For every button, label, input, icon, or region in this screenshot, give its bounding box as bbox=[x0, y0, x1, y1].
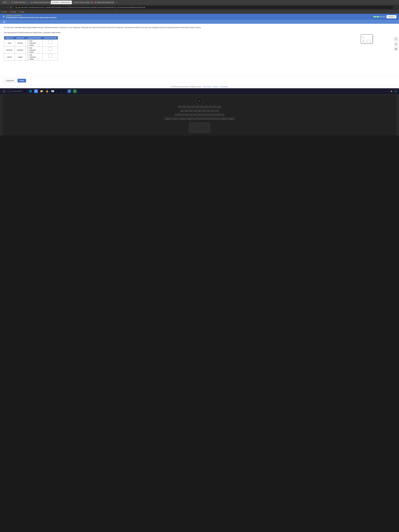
radio-ionic-3[interactable]: ionic bbox=[27, 54, 41, 56]
key-h[interactable]: h bbox=[202, 110, 206, 113]
search-circle[interactable]: ○ bbox=[7, 89, 11, 93]
key-x[interactable]: x bbox=[189, 114, 193, 117]
taskbar-edge-button[interactable]: 🌐 bbox=[29, 89, 32, 93]
radio-input-molecular-3[interactable] bbox=[27, 56, 29, 58]
key-r[interactable]: r bbox=[191, 106, 195, 109]
key-w[interactable]: w bbox=[183, 106, 186, 109]
tab-aleks-active[interactable]: 🅐 ALEKS - Lindsay Brooks - L... ✕ bbox=[51, 0, 72, 4]
extensions-button[interactable]: ⋮ bbox=[395, 6, 398, 9]
start-button[interactable]: ⊞ bbox=[2, 89, 6, 93]
forward-button[interactable]: → bbox=[5, 6, 8, 9]
tab-unf-close[interactable]: ✕ bbox=[7, 2, 9, 3]
formula-input-1[interactable] bbox=[48, 40, 52, 44]
panel-help-button[interactable]: ? bbox=[369, 40, 371, 42]
radio-input-molecular-1[interactable] bbox=[27, 42, 29, 44]
tab-mcgraw[interactable]: 📘 McGraw-Hill Education Car... ✕ bbox=[29, 0, 51, 4]
formula-input-2[interactable] bbox=[48, 47, 52, 51]
explanation-button[interactable]: Explanation bbox=[4, 79, 16, 82]
key-d[interactable]: d bbox=[189, 110, 193, 113]
taskbar-chrome-button[interactable]: G bbox=[34, 89, 38, 93]
touchpad[interactable] bbox=[189, 122, 210, 133]
taskbar-dropbox-button[interactable]: ❄ bbox=[56, 89, 60, 93]
panel-x-button[interactable]: ✕ bbox=[363, 40, 364, 42]
key-o[interactable]: o bbox=[213, 106, 217, 109]
key-g[interactable]: g bbox=[198, 110, 201, 113]
chrome-icon[interactable]: G bbox=[34, 89, 38, 93]
key-a[interactable]: a bbox=[180, 110, 184, 113]
key-k[interactable]: k bbox=[211, 110, 214, 113]
tab-aleks-chem[interactable]: 🧪 ALEKS Chemistry ✕ bbox=[10, 0, 29, 4]
taskbar-mail-button[interactable]: 📧 bbox=[51, 89, 55, 93]
key-j[interactable]: j bbox=[206, 110, 210, 113]
key-alt[interactable]: alt bbox=[186, 118, 193, 121]
bookmark-youtube[interactable]: ▶ YouTube bbox=[9, 11, 16, 13]
radio-input-neither-2[interactable] bbox=[27, 51, 29, 53]
radio-neither-2[interactable]: neither bbox=[27, 51, 41, 53]
back-button[interactable]: ← bbox=[1, 6, 4, 9]
key-t[interactable]: t bbox=[196, 106, 199, 109]
check-button[interactable]: Check bbox=[18, 79, 26, 82]
key-alt-r[interactable]: alt bbox=[221, 118, 227, 121]
address-bar[interactable]: 🔒 www-awn.aleks.com/alekscgi/x/lsl.exe/1… bbox=[13, 6, 394, 9]
sidebar-az-button[interactable]: Az bbox=[394, 47, 398, 51]
key-b[interactable]: b bbox=[202, 114, 206, 117]
key-v[interactable]: v bbox=[198, 114, 201, 117]
radio-ionic-1[interactable]: ionic bbox=[27, 40, 41, 42]
key-win[interactable]: ⊞ bbox=[179, 118, 186, 121]
radio-molecular-3[interactable]: molecular bbox=[27, 56, 41, 58]
key-ctrl-l[interactable]: ctrl bbox=[165, 118, 171, 121]
formula-input-3[interactable] bbox=[48, 54, 52, 58]
taskbar-chevron-up[interactable]: ∧ bbox=[393, 90, 394, 92]
taskbar-excel-button[interactable]: X bbox=[73, 89, 77, 93]
taskbar-dollar-button[interactable]: $ bbox=[62, 89, 66, 93]
radio-input-ionic-1[interactable] bbox=[27, 40, 29, 42]
radio-neither-1[interactable]: neither bbox=[27, 44, 41, 46]
key-space[interactable] bbox=[194, 118, 220, 121]
key-i[interactable]: i bbox=[209, 106, 212, 109]
tab-unf[interactable]: - UNF ✕ bbox=[1, 0, 10, 4]
sidebar-chart-button[interactable]: 📊 bbox=[394, 42, 398, 46]
sidebar-notes-button[interactable]: 📋 bbox=[394, 37, 398, 41]
hamburger-menu[interactable]: ☰ bbox=[3, 15, 5, 18]
key-m[interactable]: m bbox=[211, 114, 214, 117]
key-z[interactable]: z bbox=[185, 114, 188, 117]
tab-mail[interactable]: ✉ Mail - Brooks, Lindsay - Ou... ✕ bbox=[72, 0, 93, 4]
key-y[interactable]: y bbox=[200, 106, 204, 109]
excel-icon[interactable]: X bbox=[73, 89, 77, 93]
key-p[interactable]: p bbox=[217, 106, 221, 109]
radio-input-molecular-2[interactable] bbox=[27, 49, 29, 51]
key-n[interactable]: n bbox=[206, 114, 210, 117]
key-fn[interactable]: fn bbox=[172, 118, 178, 121]
key-c[interactable]: c bbox=[193, 114, 197, 117]
radio-neither-3[interactable]: neither bbox=[27, 58, 41, 60]
radio-input-ionic-2[interactable] bbox=[27, 47, 29, 49]
key-s[interactable]: s bbox=[185, 110, 188, 113]
radio-molecular-2[interactable]: molecular bbox=[27, 49, 41, 51]
taskbar-desktop-button[interactable]: 🖥 bbox=[23, 89, 27, 93]
key-ctrl-r[interactable]: ctrl bbox=[228, 118, 234, 121]
footer-privacy-link[interactable]: Privacy bbox=[214, 86, 218, 88]
radio-input-ionic-3[interactable] bbox=[27, 54, 29, 56]
tab-aleks-chem-close[interactable]: ✕ bbox=[27, 2, 28, 3]
key-l[interactable]: l bbox=[215, 110, 219, 113]
panel-undo-button[interactable]: ↩ bbox=[366, 40, 368, 42]
key-f[interactable]: f bbox=[193, 110, 197, 113]
tab-aces[interactable]: 🔴 https://aces.limitedbrands... ✕ bbox=[94, 0, 115, 4]
radio-ionic-2[interactable]: ionic bbox=[27, 47, 41, 49]
footer-accessibility-link[interactable]: Accessibility bbox=[221, 86, 228, 88]
radio-input-neither-1[interactable] bbox=[27, 44, 29, 46]
key-shift-l[interactable]: ⇧ bbox=[175, 114, 184, 117]
taskbar-files-button[interactable]: 📁 bbox=[40, 89, 44, 93]
taskbar-win-button[interactable]: W bbox=[67, 89, 71, 93]
key-e[interactable]: e bbox=[187, 106, 190, 109]
reload-button[interactable]: ↻ bbox=[10, 6, 12, 9]
radio-input-neither-3[interactable] bbox=[27, 58, 29, 60]
word-icon[interactable]: W bbox=[67, 89, 71, 93]
taskbar-lock-button[interactable]: 🔒 bbox=[45, 89, 49, 93]
radio-molecular-1[interactable]: molecular bbox=[27, 42, 41, 44]
bookmark-maps[interactable]: 📍 Maps bbox=[18, 11, 24, 13]
add-tab-button[interactable]: + bbox=[115, 0, 119, 4]
collapse-button[interactable]: ▾ bbox=[3, 20, 6, 23]
user-menu-button[interactable]: Lindsay ▾ bbox=[386, 15, 396, 18]
key-q[interactable]: q bbox=[178, 106, 182, 109]
